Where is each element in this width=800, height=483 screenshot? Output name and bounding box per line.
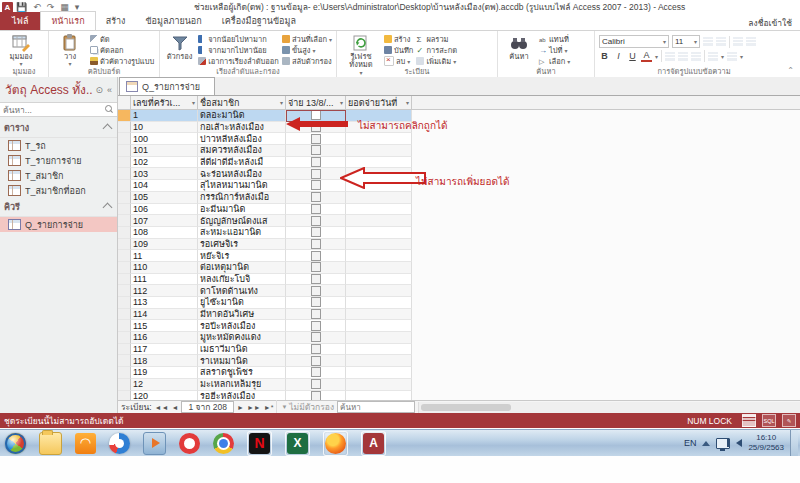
cell-household-id[interactable]: 112	[131, 285, 198, 297]
checkbox[interactable]	[311, 297, 321, 307]
table-row[interactable]: 115รอปีะหลังเมือง	[118, 320, 800, 332]
checkbox[interactable]	[311, 344, 321, 354]
cell-amount-date[interactable]	[346, 297, 412, 309]
start-icon[interactable]	[5, 433, 26, 454]
cell-household-id[interactable]: 118	[131, 355, 198, 367]
checkbox[interactable]	[311, 379, 321, 389]
cell-member-name[interactable]: มีหาดอันวิเศษ	[198, 309, 286, 321]
cell-paid-checkbox[interactable]	[286, 297, 346, 309]
firefox-icon[interactable]	[325, 433, 346, 454]
cell-member-name[interactable]: สะหมะแอมานิด	[198, 227, 286, 239]
cell-member-name[interactable]: กรรณิการ์หลังเมือ	[198, 192, 286, 204]
taskbar-clock[interactable]: 16:10 25/9/2563	[748, 433, 784, 452]
numbering-icon[interactable]	[716, 37, 726, 46]
tab-external-data[interactable]: ข้อมูลภายนอก	[135, 12, 211, 30]
cell-amount-date[interactable]	[346, 262, 412, 274]
find-button[interactable]: ค้นหา	[502, 33, 536, 67]
cell-household-id[interactable]: 103	[131, 168, 198, 180]
gridlines-icon[interactable]	[708, 52, 718, 61]
align-right-icon[interactable]	[691, 52, 701, 61]
table-row[interactable]: 108สะหมะแอมานิด	[118, 227, 800, 239]
cell-paid-checkbox[interactable]	[286, 168, 346, 180]
table-row[interactable]: 116มูหะหมัดคงแดง	[118, 332, 800, 344]
table-row[interactable]: 10กอเส้าะหลังเมือง	[118, 122, 800, 134]
cell-paid-checkbox[interactable]	[286, 192, 346, 204]
table-row[interactable]: 11หย๊ะจิเร	[118, 250, 800, 262]
font-size-select[interactable]: 11▾	[672, 35, 700, 48]
first-record-button[interactable]: ◄◄	[155, 404, 169, 411]
table-row[interactable]: 106อะมีนมานิด	[118, 204, 800, 216]
row-selector[interactable]	[118, 110, 131, 122]
advanced-button[interactable]: ขั้นสูง▾	[282, 45, 332, 55]
cell-household-id[interactable]: 106	[131, 204, 198, 216]
table-row[interactable]: 117เมธาวีมานิด	[118, 344, 800, 356]
cell-member-name[interactable]: ยูไซ๊ะมานิด	[198, 297, 286, 309]
table-row[interactable]: 107ธัญญลักษณ์ดงแส	[118, 215, 800, 227]
access-taskbar-button[interactable]	[361, 431, 386, 456]
cell-member-name[interactable]: สุไหลหมานมานิด	[198, 180, 286, 192]
cell-paid-checkbox[interactable]	[286, 285, 346, 297]
cell-household-id[interactable]: 104	[131, 180, 198, 192]
checkbox[interactable]	[311, 274, 321, 284]
row-selector[interactable]	[118, 227, 131, 239]
checkbox[interactable]	[311, 367, 321, 377]
cell-household-id[interactable]: 114	[131, 309, 198, 321]
scrollbar-thumb[interactable]	[421, 404, 511, 411]
cell-member-name[interactable]: ต่อเหตุมานิด	[198, 262, 286, 274]
checkbox[interactable]	[311, 309, 321, 319]
goto-button[interactable]: ไปที่▾	[539, 45, 570, 55]
checkbox[interactable]	[311, 239, 321, 249]
table-row[interactable]: 118ราเหมมานิด	[118, 355, 800, 367]
collapse-ribbon-chevron-icon[interactable]: ⌃	[787, 66, 794, 75]
media-player-icon[interactable]	[143, 432, 166, 455]
checkbox[interactable]	[311, 227, 321, 237]
cell-paid-checkbox[interactable]	[286, 367, 346, 379]
row-selector[interactable]	[118, 379, 131, 391]
cell-member-name[interactable]: กอเส้าะหลังเมือง	[198, 122, 286, 134]
save-button[interactable]: 💾	[16, 2, 27, 12]
cell-household-id[interactable]: 108	[131, 227, 198, 239]
table-row[interactable]: 109รอเศษจิเร	[118, 239, 800, 251]
cell-household-id[interactable]: 111	[131, 274, 198, 286]
cell-paid-checkbox[interactable]	[286, 204, 346, 216]
cell-member-name[interactable]: รอเศษจิเร	[198, 239, 286, 251]
column-header-paid-date[interactable]: จ่าย 13/8/...▾	[286, 96, 346, 109]
nav-item-table[interactable]: T_สมาชิก	[0, 168, 117, 183]
cell-member-name[interactable]: ลีดีฝาดีมีะหลังเมื	[198, 157, 286, 169]
cell-household-id[interactable]: 12	[131, 379, 198, 391]
nav-section-header[interactable]: ตาราง	[0, 119, 117, 138]
row-selector[interactable]	[118, 355, 131, 367]
tab-database-tools[interactable]: เครื่องมือฐานข้อมูล	[212, 12, 306, 30]
filter-button[interactable]: ตัวกรอง	[164, 33, 195, 67]
sql-view-button[interactable]: SQL	[762, 414, 776, 427]
select-all-cell[interactable]	[118, 96, 131, 109]
nav-item-table[interactable]: T_รายการจ่าย	[0, 153, 117, 168]
row-selector[interactable]	[118, 215, 131, 227]
cell-member-name[interactable]: ดลอะมานิด	[198, 110, 286, 122]
tab-create[interactable]: สร้าง	[96, 12, 136, 30]
cell-paid-checkbox[interactable]	[286, 344, 346, 356]
cell-amount-date[interactable]	[346, 239, 412, 251]
cell-member-name[interactable]: ดาโหดด้านเท่ง	[198, 285, 286, 297]
cell-paid-checkbox[interactable]	[286, 309, 346, 321]
nav-item-query[interactable]: Q_รายการจ่าย	[0, 217, 117, 232]
cell-household-id[interactable]: 119	[131, 367, 198, 379]
nav-search-box[interactable]	[0, 102, 117, 117]
excel-taskbar-button[interactable]	[285, 431, 310, 456]
access-icon[interactable]	[363, 433, 384, 454]
table-row[interactable]: 113ยูไซ๊ะมานิด	[118, 297, 800, 309]
cell-amount-date[interactable]	[346, 367, 412, 379]
table-row[interactable]: 1ดลอะมานิด	[118, 110, 800, 122]
cell-paid-checkbox[interactable]	[286, 250, 346, 262]
cut-button[interactable]: ตัด	[90, 34, 154, 44]
cell-member-name[interactable]: สลราดชูเพ็ชร	[198, 367, 286, 379]
views-button[interactable]: มุมมอง▾	[4, 33, 38, 67]
record-search-input[interactable]	[337, 401, 415, 413]
column-header-member-name[interactable]: ชื่อสมาชิก▾	[198, 96, 286, 109]
row-selector[interactable]	[118, 285, 131, 297]
checkbox[interactable]	[311, 321, 321, 331]
row-selector[interactable]	[118, 274, 131, 286]
cell-member-name[interactable]: ธัญญลักษณ์ดงแส	[198, 215, 286, 227]
checkbox[interactable]	[311, 332, 321, 342]
table-row[interactable]: 119สลราดชูเพ็ชร	[118, 367, 800, 379]
